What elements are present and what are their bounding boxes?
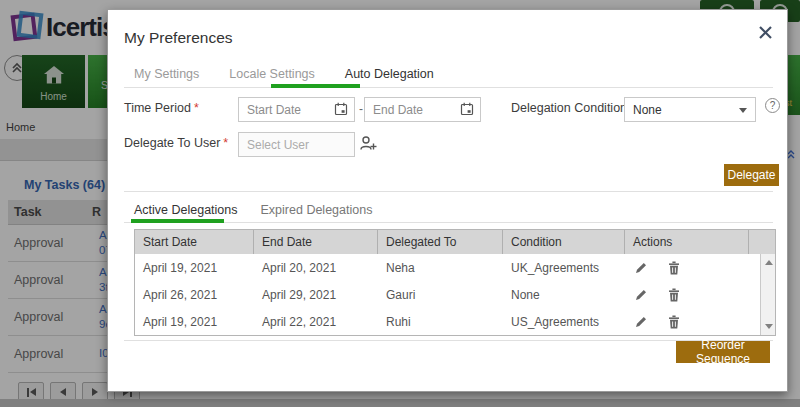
chevron-down-icon <box>739 108 747 113</box>
delegations-header-row: Start Date End Date Delegated To Conditi… <box>135 230 775 254</box>
app-screen: Icertis Home S st <box>0 0 800 407</box>
col-start-date: Start Date <box>135 230 254 254</box>
delete-icon[interactable] <box>668 261 682 275</box>
table-scrollbar[interactable] <box>760 254 775 335</box>
cell-actions <box>625 281 749 308</box>
delete-icon[interactable] <box>668 315 682 329</box>
cell-condition: UK_Agreements <box>503 254 625 281</box>
active-delegation-tab-underline <box>131 219 224 223</box>
select-user-input[interactable] <box>238 132 355 157</box>
calendar-icon[interactable] <box>334 102 348 116</box>
required-marker: * <box>194 101 199 115</box>
cell-end-date: April 29, 2021 <box>254 281 378 308</box>
col-condition: Condition <box>503 230 625 254</box>
col-spacer <box>749 230 775 254</box>
delegation-condition-label: Delegation Condition <box>511 101 627 115</box>
calendar-icon[interactable] <box>460 102 474 116</box>
cell-delegated-to: Ruhi <box>378 308 503 335</box>
delegations-table-body: April 19, 2021 April 20, 2021 Neha UK_Ag… <box>135 254 775 335</box>
tabs-divider <box>124 87 773 88</box>
cell-delegated-to: Gauri <box>378 281 503 308</box>
close-button[interactable] <box>758 25 776 43</box>
scroll-up-icon[interactable] <box>765 260 773 265</box>
section-divider <box>124 191 773 192</box>
scroll-down-icon[interactable] <box>765 324 773 329</box>
delegate-button[interactable]: Delegate <box>724 164 779 186</box>
edit-icon[interactable] <box>634 261 648 275</box>
delegation-row[interactable]: April 19, 2021 April 22, 2021 Ruhi US_Ag… <box>135 308 775 335</box>
delegate-to-user-label: Delegate To User* <box>124 136 228 150</box>
my-preferences-dialog: My Preferences My Settings Locale Settin… <box>107 9 788 392</box>
help-icon[interactable]: ? <box>765 98 780 113</box>
delete-icon[interactable] <box>668 288 682 302</box>
date-range-separator: - <box>359 102 363 116</box>
cell-start-date: April 19, 2021 <box>135 308 254 335</box>
cell-delegated-to: Neha <box>378 254 503 281</box>
col-delegated-to: Delegated To <box>378 230 503 254</box>
delegation-row[interactable]: April 19, 2021 April 20, 2021 Neha UK_Ag… <box>135 254 775 281</box>
edit-icon[interactable] <box>634 288 648 302</box>
col-actions: Actions <box>625 230 749 254</box>
cell-condition: US_Agreements <box>503 308 625 335</box>
reorder-sequence-button[interactable]: Reorder Sequence <box>676 341 770 363</box>
delegation-row[interactable]: April 26, 2021 April 29, 2021 Gauri None <box>135 281 775 308</box>
cell-condition: None <box>503 281 625 308</box>
cell-start-date: April 19, 2021 <box>135 254 254 281</box>
edit-icon[interactable] <box>634 315 648 329</box>
cell-end-date: April 20, 2021 <box>254 254 378 281</box>
close-icon <box>758 25 773 40</box>
delegation-condition-select[interactable]: None <box>624 97 756 122</box>
required-marker: * <box>223 136 228 150</box>
add-user-icon[interactable] <box>359 135 377 156</box>
cell-start-date: April 26, 2021 <box>135 281 254 308</box>
delegations-table: Start Date End Date Delegated To Conditi… <box>134 229 776 336</box>
cell-actions <box>625 254 749 281</box>
active-tab-underline <box>271 84 360 88</box>
cell-end-date: April 22, 2021 <box>254 308 378 335</box>
dialog-title: My Preferences <box>124 29 233 47</box>
cell-actions <box>625 308 749 335</box>
col-end-date: End Date <box>254 230 378 254</box>
delegation-condition-value: None <box>633 103 662 117</box>
time-period-label: Time Period* <box>124 101 199 115</box>
